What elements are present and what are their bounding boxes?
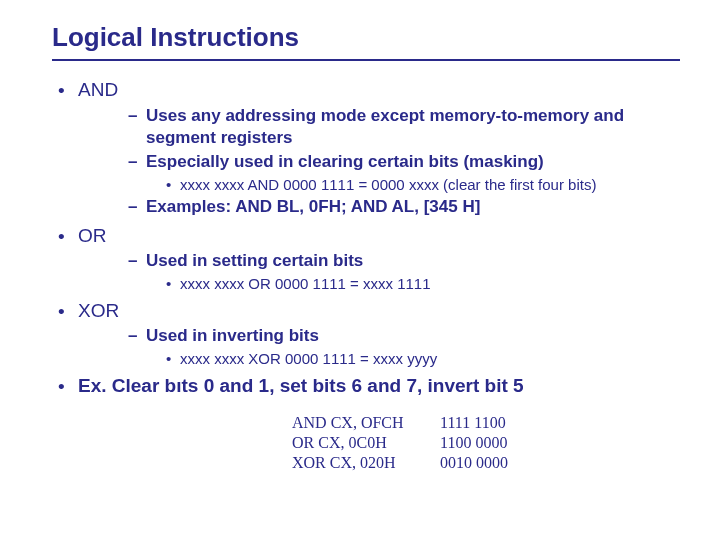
item-or-label: OR [78, 225, 107, 246]
example-row: OR CX, 0C0H 1100 0000 [292, 433, 680, 453]
and-sub2: Especially used in clearing certain bits… [78, 151, 680, 173]
xor-sub1a: xxxx xxxx XOR 0000 1111 = xxxx yyyy [78, 349, 680, 369]
example-row: XOR CX, 020H 0010 0000 [292, 453, 680, 473]
example-instr: XOR CX, 020H [292, 453, 422, 473]
item-and-label: AND [78, 79, 118, 100]
xor-sub1: Used in inverting bits [78, 325, 680, 347]
or-sub1a: xxxx xxxx OR 0000 1111 = xxxx 1111 [78, 274, 680, 294]
or-sublist: Used in setting certain bits xxxx xxxx O… [78, 250, 680, 294]
example-block: AND CX, OFCH 1111 1100 OR CX, 0C0H 1100 … [52, 413, 680, 473]
item-ex-label: Ex. Clear bıts 0 and 1, set bits 6 and 7… [78, 375, 524, 396]
item-ex: Ex. Clear bıts 0 and 1, set bits 6 and 7… [52, 373, 680, 399]
slide-title: Logical Instructions [52, 22, 680, 53]
example-row: AND CX, OFCH 1111 1100 [292, 413, 680, 433]
item-and: AND Uses any addressing mode except memo… [52, 77, 680, 219]
item-xor-label: XOR [78, 300, 119, 321]
and-sub3: Examples: AND BL, 0FH; AND AL, [345 H] [78, 196, 680, 218]
example-bits: 1100 0000 [440, 433, 507, 453]
and-sublist: Uses any addressing mode except memory-t… [78, 105, 680, 219]
and-sub1: Uses any addressing mode except memory-t… [78, 105, 680, 149]
slide: Logical Instructions AND Uses any addres… [0, 0, 720, 473]
item-xor: XOR Used in inverting bits xxxx xxxx XOR… [52, 298, 680, 369]
item-or: OR Used in setting certain bits xxxx xxx… [52, 223, 680, 294]
xor-sublist: Used in inverting bits xxxx xxxx XOR 000… [78, 325, 680, 369]
title-divider [52, 59, 680, 61]
example-bits: 0010 0000 [440, 453, 508, 473]
content-list: AND Uses any addressing mode except memo… [52, 77, 680, 399]
example-bits: 1111 1100 [440, 413, 506, 433]
and-sub2a: xxxx xxxx AND 0000 1111 = 0000 xxxx (cle… [78, 175, 680, 195]
example-instr: OR CX, 0C0H [292, 433, 422, 453]
example-instr: AND CX, OFCH [292, 413, 422, 433]
or-sub1: Used in setting certain bits [78, 250, 680, 272]
